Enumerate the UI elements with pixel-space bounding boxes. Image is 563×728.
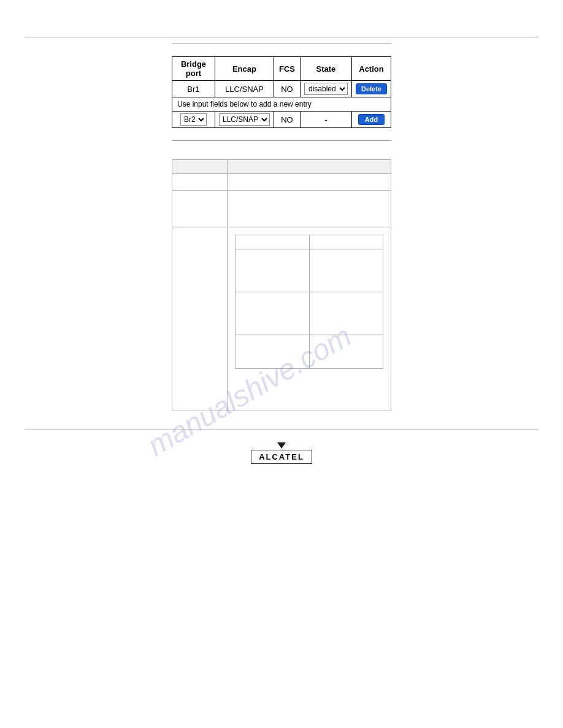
col-header-fcs: FCS	[274, 57, 300, 81]
lower-row1-col1	[172, 174, 228, 191]
new-entry-message-row: Use input fields below to add a new entr…	[172, 97, 391, 112]
cell-new-action[interactable]: Add	[351, 112, 391, 128]
col-header-state: State	[300, 57, 351, 81]
inner-row-header	[236, 235, 383, 249]
inner-row2-right	[309, 292, 383, 335]
footer: ALCATEL	[0, 442, 563, 476]
lower-row3-col2	[228, 227, 391, 411]
alcatel-triangle-icon	[277, 442, 286, 449]
lower-row2-col1	[172, 191, 228, 227]
lower-col2-header	[228, 160, 391, 174]
lower-mid-rule	[172, 140, 391, 141]
new-entry-message: Use input fields below to add a new entr…	[172, 97, 391, 112]
inner-table	[235, 235, 383, 369]
lower-row1-col2	[228, 174, 391, 191]
col-header-encap: Encap	[215, 57, 274, 81]
cell-new-fcs: NO	[274, 112, 300, 128]
inner-row-1	[236, 249, 383, 292]
table-row: Br1 LLC/SNAP NO disabled enabled Delete	[172, 81, 391, 97]
inner-row-2	[236, 292, 383, 335]
alcatel-logo-text: ALCATEL	[251, 450, 312, 464]
lower-table	[172, 159, 391, 411]
inner-table-container	[232, 232, 386, 371]
cell-encap: LLC/SNAP	[215, 81, 274, 97]
cell-state[interactable]: disabled enabled	[300, 81, 351, 97]
cell-bridge-port: Br1	[172, 81, 215, 97]
inner-row3-left	[236, 335, 310, 369]
mid-rule	[172, 44, 391, 44]
page-container: manualshive.com Bridge port Encap FCS St…	[0, 37, 563, 728]
lower-row-2	[172, 191, 391, 227]
alcatel-logo: ALCATEL	[251, 442, 312, 464]
lower-col1-header	[172, 160, 228, 174]
inner-row1-left	[236, 249, 310, 292]
encap-select[interactable]: LLC/SNAP VC-MUX	[219, 113, 270, 126]
top-rule	[25, 37, 538, 37]
cell-fcs: NO	[274, 81, 300, 97]
add-button[interactable]: Add	[358, 114, 385, 125]
col-header-action: Action	[351, 57, 391, 81]
inner-header-left	[236, 235, 310, 249]
bottom-rule	[25, 430, 538, 430]
cell-new-bridge-port[interactable]: Br2 Br1 Br3	[172, 112, 215, 128]
bridge-port-select[interactable]: Br2 Br1 Br3	[180, 113, 207, 126]
cell-new-encap[interactable]: LLC/SNAP VC-MUX	[215, 112, 274, 128]
delete-button[interactable]: Delete	[356, 83, 387, 94]
inner-row3-right	[309, 335, 383, 369]
inner-row1-right	[309, 249, 383, 292]
lower-section	[172, 159, 391, 411]
table-header-row: Bridge port Encap FCS State Action	[172, 57, 391, 81]
cell-action-delete[interactable]: Delete	[351, 81, 391, 97]
lower-row3-col1	[172, 227, 228, 411]
new-entry-input-row: Br2 Br1 Br3 LLC/SNAP VC-MUX NO	[172, 112, 391, 128]
lower-row2-col2	[228, 191, 391, 227]
cell-new-state: -	[300, 112, 351, 128]
state-select[interactable]: disabled enabled	[304, 83, 348, 95]
lower-row-1	[172, 174, 391, 191]
lower-header-row	[172, 160, 391, 174]
new-fcs-value: NO	[281, 115, 293, 124]
inner-row-3	[236, 335, 383, 369]
bridge-table-area: Bridge port Encap FCS State Action Br1 L…	[172, 56, 391, 128]
lower-row-3	[172, 227, 391, 411]
new-state-dash: -	[324, 115, 327, 124]
inner-row2-left	[236, 292, 310, 335]
col-header-bridge-port: Bridge port	[172, 57, 215, 81]
bridge-port-table: Bridge port Encap FCS State Action Br1 L…	[172, 56, 391, 128]
inner-header-right	[309, 235, 383, 249]
